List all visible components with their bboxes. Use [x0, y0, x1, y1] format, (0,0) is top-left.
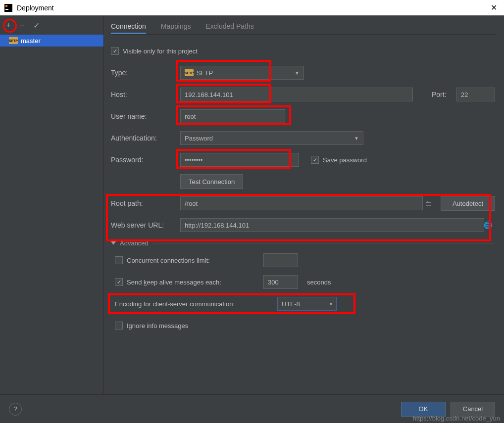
- save-password-checkbox[interactable]: ✓ Save password: [311, 156, 367, 164]
- weburl-input[interactable]: [180, 218, 484, 232]
- sidebar: + − ✓ SFTP master: [0, 16, 104, 394]
- help-button[interactable]: ?: [9, 403, 22, 416]
- svg-rect-1: [5, 5, 7, 7]
- rootpath-input[interactable]: [180, 196, 423, 210]
- chevron-down-icon: ▼: [291, 70, 300, 76]
- tabs: Connection Mappings Excluded Paths: [111, 16, 495, 35]
- auth-value: Password: [185, 135, 213, 142]
- keepalive-unit: seconds: [307, 279, 331, 286]
- auth-label: Authentication:: [111, 134, 180, 142]
- row-username: User name:: [111, 109, 495, 124]
- concurrent-label: Concurrent connections limit:: [127, 257, 210, 264]
- type-combo[interactable]: SFTP SFTP ▼: [180, 66, 304, 80]
- dialog-body: + − ✓ SFTP master Connection Mappings Ex…: [0, 16, 504, 423]
- concurrent-checkbox[interactable]: Concurrent connections limit:: [115, 256, 263, 264]
- username-input[interactable]: [180, 109, 285, 123]
- remove-icon[interactable]: −: [18, 21, 27, 30]
- tab-excluded[interactable]: Excluded Paths: [206, 22, 254, 34]
- port-input[interactable]: [456, 88, 495, 101]
- password-input[interactable]: [180, 153, 299, 167]
- keepalive-checkbox[interactable]: ✓ Send keep alive messages each:: [115, 278, 263, 286]
- check-icon: ✓: [115, 278, 123, 286]
- sftp-icon: SFTP: [9, 37, 18, 44]
- auth-combo[interactable]: Password ▼: [180, 131, 363, 145]
- username-label: User name:: [111, 112, 180, 120]
- close-icon[interactable]: ✕: [488, 3, 500, 12]
- globe-icon[interactable]: 🌐: [484, 221, 492, 229]
- row-host: Host: Port:: [111, 87, 495, 102]
- advanced-label: Advanced: [120, 239, 149, 247]
- check-icon: [115, 256, 123, 264]
- keepalive-input[interactable]: [263, 275, 298, 289]
- row-rootpath: Root path: 🗀 Autodetect: [111, 196, 495, 211]
- server-name-label: master: [21, 37, 41, 45]
- chevron-down-icon: ▼: [350, 136, 359, 141]
- advanced-header[interactable]: Advanced: [111, 239, 495, 247]
- window-title: Deployment: [17, 4, 488, 12]
- main-area: + − ✓ SFTP master Connection Mappings Ex…: [0, 16, 504, 394]
- ok-button[interactable]: OK: [401, 402, 446, 417]
- ignore-info-checkbox[interactable]: Ignore info messages: [115, 322, 188, 329]
- chevron-down-icon: ▾: [326, 301, 332, 307]
- titlebar: Deployment ✕: [0, 0, 504, 16]
- content-panel: Connection Mappings Excluded Paths ✓ Vis…: [104, 16, 504, 394]
- row-test: Test Connection: [111, 174, 495, 189]
- check-icon: ✓: [311, 156, 319, 164]
- save-password-label: Save password: [323, 156, 367, 164]
- row-visible-only: ✓ Visible only for this project: [111, 44, 495, 58]
- visible-only-checkbox[interactable]: ✓ Visible only for this project: [111, 47, 198, 55]
- type-value: SFTP: [197, 69, 213, 77]
- check-icon: [115, 322, 123, 329]
- encoding-label: Encoding for client-server communication…: [115, 300, 277, 308]
- rootpath-label: Root path:: [111, 199, 180, 207]
- row-concurrent: Concurrent connections limit:: [111, 253, 495, 268]
- add-icon[interactable]: +: [4, 21, 13, 30]
- encoding-value: UTF-8: [282, 300, 300, 308]
- host-label: Host:: [111, 91, 180, 98]
- row-encoding: Encoding for client-server communication…: [111, 296, 495, 311]
- autodetect-button[interactable]: Autodetect: [441, 196, 495, 211]
- row-keepalive: ✓ Send keep alive messages each: seconds: [111, 275, 495, 289]
- svg-rect-2: [5, 9, 8, 10]
- row-auth: Authentication: Password ▼: [111, 131, 495, 145]
- keepalive-label: Send keep alive messages each:: [127, 279, 221, 286]
- row-ignore-info: Ignore info messages: [111, 318, 495, 333]
- host-input[interactable]: [180, 88, 413, 101]
- sidebar-item-master[interactable]: SFTP master: [0, 35, 103, 47]
- tab-mappings[interactable]: Mappings: [161, 22, 191, 34]
- check-icon: ✓: [111, 47, 119, 55]
- type-label: Type:: [111, 69, 180, 77]
- tab-connection[interactable]: Connection: [111, 22, 146, 34]
- encoding-combo[interactable]: UTF-8 ▾: [277, 297, 337, 311]
- folder-icon[interactable]: 🗀: [425, 199, 432, 207]
- password-label: Password:: [111, 156, 180, 164]
- weburl-label: Web server URL:: [111, 221, 180, 229]
- app-icon: [4, 3, 13, 12]
- divider: [152, 243, 495, 243]
- visible-only-label: Visible only for this project: [123, 47, 198, 55]
- sidebar-toolbar: + − ✓: [0, 16, 103, 35]
- port-label: Port:: [432, 91, 456, 98]
- ignore-info-label: Ignore info messages: [127, 322, 188, 329]
- cancel-button[interactable]: Cancel: [451, 402, 495, 417]
- chevron-down-icon: [111, 241, 116, 245]
- test-connection-button[interactable]: Test Connection: [180, 174, 243, 189]
- footer: ? OK Cancel: [0, 394, 504, 423]
- root-web-group: Root path: 🗀 Autodetect Web server URL: …: [111, 196, 495, 233]
- row-weburl: Web server URL: 🌐: [111, 218, 495, 233]
- concurrent-input[interactable]: [263, 253, 298, 267]
- row-type: Type: SFTP SFTP ▼: [111, 65, 495, 80]
- sftp-icon: SFTP: [185, 69, 194, 76]
- apply-icon[interactable]: ✓: [32, 21, 41, 30]
- row-password: Password: ✓ Save password: [111, 152, 495, 167]
